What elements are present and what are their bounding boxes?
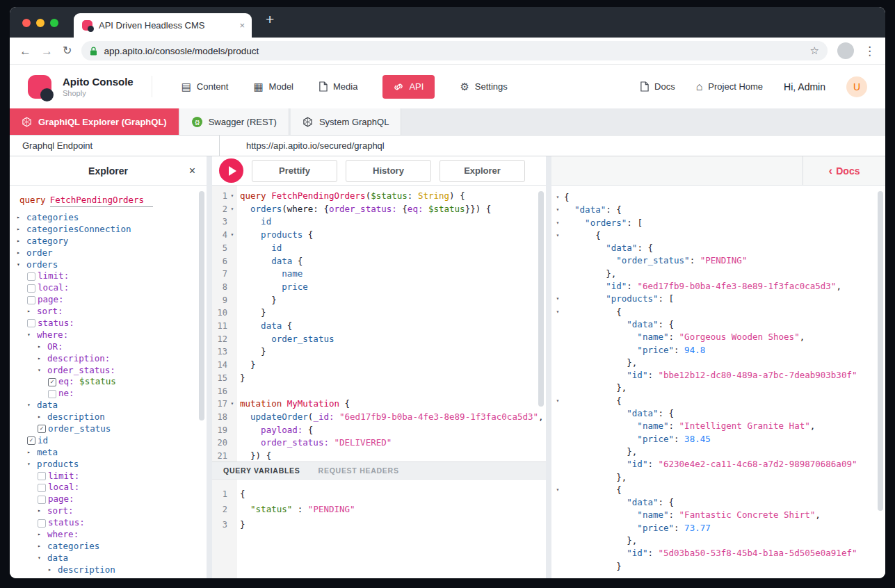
collapse-arrow-icon[interactable]: ▾ <box>27 459 37 471</box>
fold-arrow-icon[interactable]: ▾ <box>551 293 564 305</box>
tab-swagger-rest[interactable]: {;} Swagger (REST) <box>180 108 289 135</box>
bookmark-star-icon[interactable]: ☆ <box>810 44 819 57</box>
expand-arrow-icon[interactable]: ▸ <box>17 247 26 259</box>
field-checkbox[interactable] <box>38 484 46 492</box>
tree-row[interactable]: ▸meta <box>10 447 207 459</box>
field-checkbox[interactable] <box>48 390 56 398</box>
tree-row[interactable]: ✓eq: $status <box>10 376 207 388</box>
tree-row[interactable]: ▸description <box>10 564 207 576</box>
expand-arrow-icon[interactable]: ▸ <box>48 564 58 576</box>
fold-arrow-icon[interactable]: ▾ <box>551 204 564 216</box>
field-checkbox[interactable] <box>38 519 46 528</box>
operation-name-input[interactable]: FetchPendingOrders <box>50 195 153 207</box>
execute-query-button[interactable] <box>219 158 243 183</box>
collapse-arrow-icon[interactable]: ▾ <box>17 259 26 271</box>
collapse-arrow-icon[interactable]: ▾ <box>38 365 47 377</box>
pane-divider[interactable] <box>546 156 551 578</box>
tree-row[interactable]: status: <box>10 318 207 329</box>
tab-query-variables[interactable]: QUERY VARIABLES <box>223 466 300 475</box>
field-checkbox[interactable]: ✓ <box>27 436 35 445</box>
fold-arrow-icon[interactable]: ▾ <box>227 398 237 411</box>
address-bar[interactable]: app.apito.io/consosle/models/product ☆ <box>81 41 828 60</box>
fold-arrow-icon[interactable]: ▾ <box>227 229 237 242</box>
expand-arrow-icon[interactable]: ▸ <box>38 411 47 423</box>
explorer-close-icon[interactable]: × <box>189 165 195 177</box>
tree-row[interactable]: ▸categories <box>10 212 207 224</box>
tree-row[interactable]: local: <box>10 282 207 294</box>
fold-arrow-icon[interactable]: ▾ <box>551 229 564 242</box>
tree-row[interactable]: status: <box>10 517 207 529</box>
user-avatar[interactable]: U <box>846 76 867 97</box>
fold-arrow-icon[interactable]: ▾ <box>551 191 564 204</box>
variables-editor[interactable]: 1{2 "status" : "PENDING"3} <box>212 480 546 578</box>
fold-arrow-icon[interactable]: ▾ <box>551 484 564 496</box>
tree-row[interactable]: ✓order_status <box>10 423 207 435</box>
tab-system-graphql[interactable]: System GraphQL <box>291 108 401 135</box>
tab-request-headers[interactable]: REQUEST HEADERS <box>319 466 399 475</box>
collapse-arrow-icon[interactable]: ▾ <box>27 400 37 411</box>
explorer-toggle-button[interactable]: Explorer <box>440 160 525 182</box>
tree-row[interactable]: ▾data <box>10 553 207 564</box>
browser-tab[interactable]: API Driven Headless CMS × <box>74 13 252 38</box>
tree-row[interactable]: ▸description <box>10 411 207 423</box>
tree-row[interactable]: ▾where: <box>10 329 207 341</box>
collapse-arrow-icon[interactable]: ▾ <box>27 329 37 341</box>
expand-arrow-icon[interactable]: ▸ <box>27 306 37 318</box>
tab-graphiql-explorer[interactable]: GraphiQL Explorer (GraphQL) <box>10 108 179 135</box>
nav-item-model[interactable]: ▦ Model <box>253 81 293 92</box>
reload-icon[interactable]: ↻ <box>63 45 72 56</box>
tree-row[interactable]: ▸sort: <box>10 505 207 517</box>
field-checkbox[interactable] <box>27 296 35 304</box>
tree-row[interactable]: ▾data <box>10 400 207 411</box>
query-editor[interactable]: 1▾query FetchPendingOrders($status: Stri… <box>212 186 546 462</box>
tree-row[interactable]: ▸sort: <box>10 306 207 318</box>
close-window-button[interactable] <box>22 19 31 27</box>
editor-scrollbar[interactable] <box>538 191 544 407</box>
field-checkbox[interactable] <box>27 272 35 281</box>
fold-arrow-icon[interactable]: ▾ <box>227 203 237 216</box>
field-checkbox[interactable] <box>38 472 46 480</box>
tree-row[interactable]: ▾orders <box>10 259 207 271</box>
explorer-tree-pane[interactable]: queryFetchPendingOrders ▸categories▸cate… <box>10 186 207 578</box>
tree-row[interactable]: page: <box>10 294 207 306</box>
maximize-window-button[interactable] <box>50 19 58 27</box>
back-icon[interactable]: ← <box>19 45 31 57</box>
tree-row[interactable]: ▾order_status: <box>10 365 207 377</box>
collapse-arrow-icon[interactable]: ▾ <box>38 553 47 564</box>
nav-item-media[interactable]: Media <box>319 81 357 92</box>
field-checkbox[interactable] <box>38 496 46 504</box>
results-scrollbar[interactable] <box>878 191 883 511</box>
field-checkbox[interactable] <box>27 319 35 327</box>
fold-arrow-icon[interactable]: ▾ <box>227 190 237 203</box>
expand-arrow-icon[interactable]: ▸ <box>38 353 47 365</box>
tree-row[interactable]: local: <box>10 482 207 493</box>
expand-arrow-icon[interactable]: ▸ <box>38 529 47 541</box>
browser-menu-icon[interactable]: ⋮ <box>864 45 876 57</box>
forward-icon[interactable]: → <box>41 45 53 57</box>
expand-arrow-icon[interactable]: ▸ <box>38 541 47 553</box>
docs-panel-link[interactable]: ‹ Docs <box>803 156 885 185</box>
tree-row[interactable]: limit: <box>10 471 207 482</box>
expand-arrow-icon[interactable]: ▸ <box>27 447 37 459</box>
tree-row[interactable]: ▸categories <box>10 541 207 553</box>
tree-row[interactable]: ▸OR: <box>10 341 207 353</box>
expand-arrow-icon[interactable]: ▸ <box>38 341 47 353</box>
explorer-scrollbar[interactable] <box>199 191 204 420</box>
fold-arrow-icon[interactable]: ▾ <box>551 395 564 407</box>
history-button[interactable]: History <box>346 160 431 182</box>
fold-arrow-icon[interactable]: ▾ <box>551 306 564 318</box>
tree-row[interactable]: ▸categoriesConnection <box>10 224 207 236</box>
nav-item-settings[interactable]: ⚙ Settings <box>460 81 507 92</box>
tree-row[interactable]: ▸where: <box>10 529 207 541</box>
tree-row[interactable]: ▸order <box>10 247 207 259</box>
new-tab-button[interactable]: + <box>266 12 274 26</box>
tree-row[interactable]: ne: <box>10 388 207 400</box>
project-home-link[interactable]: ⌂ Project Home <box>696 81 763 92</box>
pane-divider[interactable] <box>207 156 212 578</box>
fold-arrow-icon[interactable]: ▾ <box>551 217 564 229</box>
field-checkbox[interactable] <box>27 284 35 293</box>
minimize-window-button[interactable] <box>36 19 45 27</box>
tree-row[interactable]: ✓id <box>10 435 207 447</box>
nav-item-api[interactable]: API <box>382 75 435 99</box>
tree-row[interactable]: ▸description: <box>10 353 207 365</box>
